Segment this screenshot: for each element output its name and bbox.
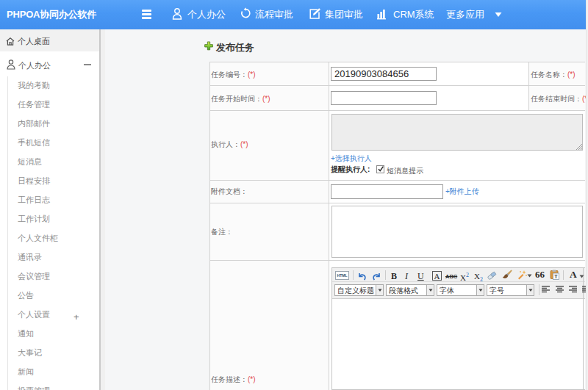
svg-text:T: T — [554, 274, 558, 279]
